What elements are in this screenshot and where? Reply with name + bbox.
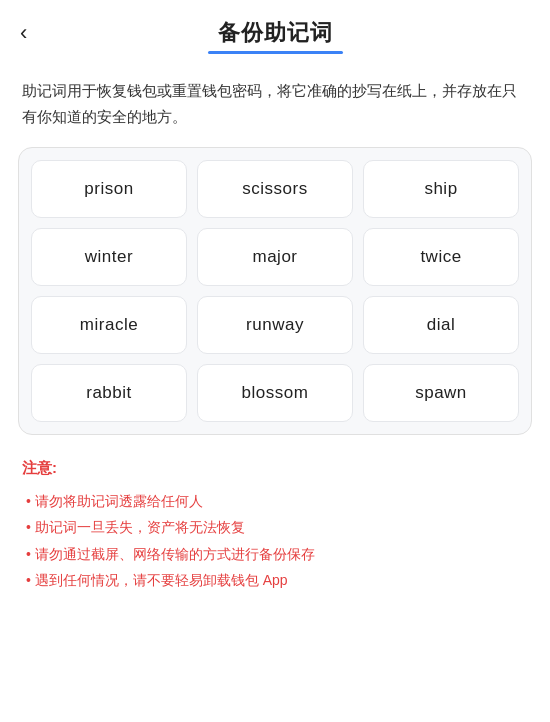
description-text: 助记词用于恢复钱包或重置钱包密码，将它准确的抄写在纸上，并存放在只有你知道的安全… [0, 58, 550, 147]
back-button[interactable]: ‹ [20, 22, 27, 44]
mnemonic-word-6: twice [363, 228, 519, 286]
notice-item-2: • 助记词一旦丢失，资产将无法恢复 [22, 514, 528, 541]
mnemonic-word-12: spawn [363, 364, 519, 422]
mnemonic-word-2: scissors [197, 160, 353, 218]
header: ‹ 备份助记词 [0, 0, 550, 58]
mnemonic-word-3: ship [363, 160, 519, 218]
mnemonic-word-7: miracle [31, 296, 187, 354]
mnemonic-word-1: prison [31, 160, 187, 218]
notice-section: 注意: • 请勿将助记词透露给任何人• 助记词一旦丢失，资产将无法恢复• 请勿通… [0, 435, 550, 614]
mnemonic-word-4: winter [31, 228, 187, 286]
mnemonic-word-9: dial [363, 296, 519, 354]
notice-item-3: • 请勿通过截屏、网络传输的方式进行备份保存 [22, 541, 528, 568]
notice-title: 注意: [22, 459, 528, 478]
notice-item-4: • 遇到任何情况，请不要轻易卸载钱包 App [22, 567, 528, 594]
page-title: 备份助记词 [218, 18, 333, 48]
mnemonic-word-11: blossom [197, 364, 353, 422]
mnemonic-word-5: major [197, 228, 353, 286]
mnemonic-word-8: runway [197, 296, 353, 354]
mnemonic-grid-container: prisonscissorsshipwintermajortwicemiracl… [18, 147, 532, 435]
mnemonic-word-10: rabbit [31, 364, 187, 422]
mnemonic-grid: prisonscissorsshipwintermajortwicemiracl… [31, 160, 519, 422]
notice-item-1: • 请勿将助记词透露给任何人 [22, 488, 528, 515]
